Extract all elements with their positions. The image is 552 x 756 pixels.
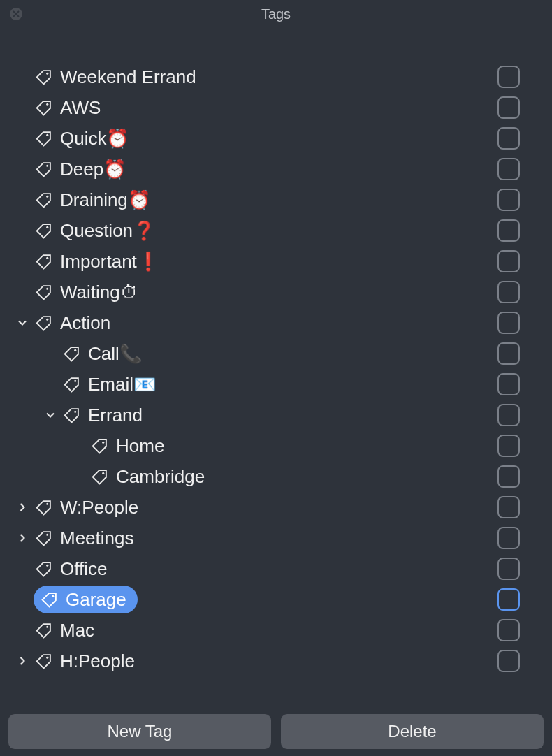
svg-point-16: [46, 564, 48, 566]
tag-icon: [61, 375, 81, 394]
close-button[interactable]: [10, 8, 22, 20]
tag-icon: [39, 590, 59, 609]
tag-row[interactable]: Home: [6, 430, 520, 461]
tag-row[interactable]: Email📧: [6, 369, 520, 400]
tag-label: Office: [60, 558, 107, 580]
tag-checkbox[interactable]: [497, 527, 520, 549]
tag-label: Meetings: [60, 528, 134, 549]
tag-checkbox[interactable]: [497, 312, 520, 334]
tag-icon: [34, 559, 53, 579]
tag-checkbox[interactable]: [497, 96, 520, 119]
svg-point-18: [46, 625, 48, 627]
close-icon: [13, 10, 20, 17]
tag-icon: [34, 528, 53, 548]
new-tag-button[interactable]: New Tag: [8, 714, 271, 749]
tag-list: Weekend ErrandAWSQuick⏰Deep⏰Draining⏰Que…: [0, 28, 552, 676]
svg-point-9: [74, 349, 76, 351]
tag-label: Draining⏰: [60, 189, 150, 211]
tag-icon: [34, 497, 53, 517]
svg-point-3: [46, 164, 48, 166]
tag-row[interactable]: Call📞: [6, 338, 520, 369]
tag-row[interactable]: Deep⏰: [6, 154, 520, 184]
tag-checkbox[interactable]: [497, 158, 520, 180]
tag-row[interactable]: Important❗: [6, 246, 520, 277]
tag-icon: [34, 221, 53, 240]
tag-icon: [34, 67, 53, 87]
svg-point-19: [46, 656, 48, 658]
tag-row[interactable]: Office: [6, 553, 520, 584]
tag-row[interactable]: H:People: [6, 646, 520, 676]
delete-button[interactable]: Delete: [281, 714, 544, 749]
tag-checkbox[interactable]: [497, 189, 520, 211]
tag-checkbox[interactable]: [497, 250, 520, 272]
disclosure-right-icon[interactable]: [11, 531, 34, 545]
tag-checkbox[interactable]: [497, 66, 520, 88]
tag-icon: [61, 344, 81, 363]
tag-checkbox[interactable]: [497, 465, 520, 488]
tag-checkbox[interactable]: [497, 588, 520, 611]
tag-checkbox[interactable]: [497, 127, 520, 150]
tag-row[interactable]: Waiting⏱: [6, 277, 520, 307]
tag-label: Cambridge: [116, 466, 205, 488]
disclosure-right-icon[interactable]: [11, 500, 34, 514]
svg-point-7: [46, 287, 48, 289]
tag-label: H:People: [60, 650, 135, 672]
tag-icon: [61, 405, 81, 425]
svg-point-12: [102, 441, 104, 443]
tag-label: Question❓: [60, 220, 155, 242]
disclosure-down-icon[interactable]: [11, 316, 34, 330]
tag-icon: [34, 98, 53, 117]
tag-checkbox[interactable]: [497, 404, 520, 426]
tag-label: AWS: [60, 97, 101, 119]
tag-label: Email📧: [88, 374, 156, 395]
svg-point-2: [46, 133, 48, 136]
svg-point-17: [52, 595, 54, 597]
tag-icon: [34, 651, 53, 671]
tag-label: Waiting⏱: [60, 282, 138, 303]
tag-checkbox[interactable]: [497, 435, 520, 457]
tag-label: Deep⏰: [60, 159, 126, 180]
tag-row[interactable]: Weekend Errand: [6, 61, 520, 92]
tag-icon: [34, 620, 53, 640]
window-title: Tags: [261, 6, 291, 22]
tag-checkbox[interactable]: [497, 342, 520, 365]
tag-label: Home: [116, 435, 164, 457]
tag-row[interactable]: Action: [6, 307, 520, 338]
tag-row[interactable]: Meetings: [6, 523, 520, 553]
footer: New Tag Delete: [8, 714, 544, 749]
tag-label: Weekend Errand: [60, 66, 196, 88]
tag-row[interactable]: Draining⏰: [6, 184, 520, 215]
tag-checkbox[interactable]: [497, 373, 520, 395]
svg-point-13: [102, 472, 104, 474]
disclosure-down-icon[interactable]: [39, 408, 61, 422]
tag-row[interactable]: Mac: [6, 615, 520, 646]
tag-label: W:People: [60, 497, 138, 518]
tag-label: Quick⏰: [60, 128, 129, 150]
tag-icon: [34, 129, 53, 148]
svg-point-4: [46, 195, 48, 197]
tag-row[interactable]: Quick⏰: [6, 123, 520, 154]
tag-row[interactable]: Errand: [6, 400, 520, 430]
svg-point-10: [74, 379, 76, 381]
tag-checkbox[interactable]: [497, 558, 520, 580]
selected-tag-pill[interactable]: Garage: [34, 586, 138, 613]
disclosure-right-icon[interactable]: [11, 654, 34, 668]
tag-checkbox[interactable]: [497, 219, 520, 242]
tag-icon: [34, 159, 53, 179]
tag-icon: [34, 313, 53, 333]
tag-label: Garage: [66, 589, 126, 611]
svg-point-6: [46, 256, 48, 259]
tag-checkbox[interactable]: [497, 496, 520, 518]
tag-row[interactable]: W:People: [6, 492, 520, 523]
tag-checkbox[interactable]: [497, 281, 520, 303]
tag-row[interactable]: AWS: [6, 92, 520, 123]
tag-row[interactable]: Question❓: [6, 215, 520, 246]
tag-row[interactable]: Cambridge: [6, 461, 520, 492]
tag-checkbox[interactable]: [497, 650, 520, 672]
tag-icon: [34, 252, 53, 271]
tag-checkbox[interactable]: [497, 619, 520, 641]
svg-point-14: [46, 502, 48, 504]
tag-row[interactable]: Garage: [6, 584, 520, 615]
svg-point-1: [46, 103, 48, 105]
titlebar: Tags: [0, 0, 552, 28]
